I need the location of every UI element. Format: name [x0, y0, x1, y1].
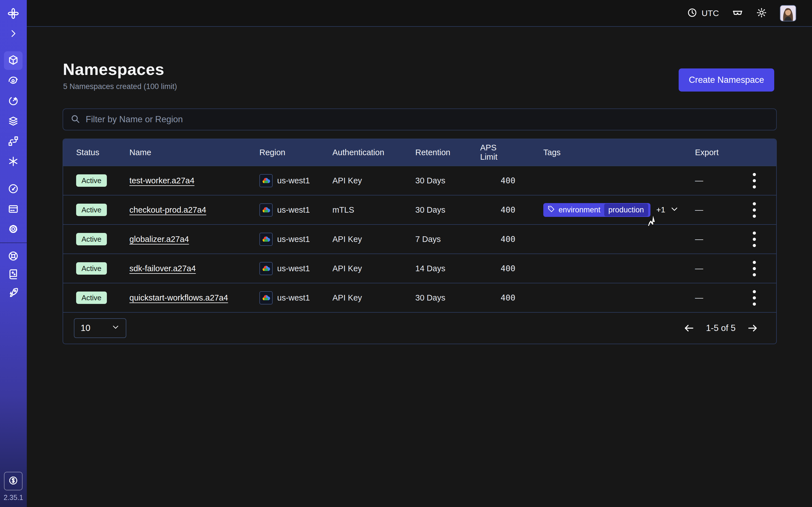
sidebar-item-observability[interactable]	[4, 71, 22, 90]
row-menu-button[interactable]	[751, 230, 758, 249]
retention-label: 30 Days	[415, 205, 445, 215]
sidebar-item-expand[interactable]	[4, 25, 22, 43]
status-badge: Active	[76, 233, 107, 245]
credits-button[interactable]	[4, 472, 22, 490]
region-label: us-west1	[277, 264, 310, 273]
namespace-link[interactable]: globalizer.a27a4	[130, 235, 189, 244]
page-subtitle: 5 Namespaces created (100 limit)	[63, 82, 177, 91]
next-page-button[interactable]	[747, 323, 758, 334]
retention-label: 30 Days	[415, 176, 445, 185]
retention-label: 7 Days	[415, 235, 441, 244]
table-row: Activesdk-failover.a27a4us-west1API Key1…	[63, 253, 776, 283]
namespace-link[interactable]: quickstart-workflows.a27a4	[130, 293, 228, 302]
namespace-link[interactable]: test-worker.a27a4	[130, 176, 195, 185]
sidebar-item-schedules[interactable]	[4, 92, 22, 111]
search-icon	[70, 114, 80, 125]
tags-expand-button[interactable]: +1	[656, 205, 679, 215]
tag-more-count: +1	[656, 205, 665, 214]
page-range-label: 1-5 of 5	[706, 323, 735, 333]
table-row: Activecheckout-prod.a27a4us-west1mTLS30 …	[63, 195, 776, 224]
table-header-row: Status Name Region Authentication Retent…	[63, 139, 776, 166]
sidebar-item-billing[interactable]	[4, 200, 22, 219]
sun-icon	[756, 7, 767, 19]
sidebar-item-settings[interactable]	[4, 220, 22, 239]
header-retention: Retention	[415, 148, 480, 157]
labs-button[interactable]	[732, 7, 743, 19]
gcp-icon	[259, 233, 273, 246]
region-label: us-west1	[277, 293, 310, 302]
sidebar-item-logo[interactable]	[4, 5, 22, 23]
sidebar-item-nexus[interactable]	[4, 153, 22, 171]
aps-limit-value: 400	[501, 293, 515, 302]
sidebar-item-namespaces[interactable]	[4, 51, 22, 70]
tag-icon	[548, 205, 555, 215]
row-menu-button[interactable]	[751, 171, 758, 190]
aps-limit-value: 400	[501, 234, 515, 244]
header-region: Region	[259, 148, 333, 157]
timezone-selector[interactable]: UTC	[687, 8, 719, 19]
region-label: us-west1	[277, 205, 310, 215]
status-badge: Active	[76, 262, 107, 275]
timezone-label: UTC	[702, 8, 719, 18]
sidebar-item-docs[interactable]	[4, 265, 22, 284]
header-export: Export	[695, 148, 776, 157]
asterisk-icon	[8, 156, 19, 168]
clock-icon	[687, 8, 697, 19]
table-row: Activequickstart-workflows.a27a4us-west1…	[63, 283, 776, 312]
aps-limit-value: 400	[501, 264, 515, 273]
status-badge: Active	[76, 291, 107, 304]
layers-icon	[8, 115, 19, 128]
page-title: Namespaces	[63, 60, 164, 78]
header-authentication: Authentication	[333, 148, 415, 157]
cube-icon	[8, 54, 19, 67]
aps-limit-value: 400	[501, 176, 515, 185]
export-value: —	[695, 235, 703, 244]
sidebar-divider	[0, 242, 27, 243]
page-size-select[interactable]: 10	[74, 318, 126, 338]
table-footer: 10 1-5 of 5	[63, 312, 776, 344]
prev-page-button[interactable]	[683, 323, 695, 334]
gauge-icon	[8, 183, 19, 195]
status-badge: Active	[76, 204, 107, 216]
auth-label: API Key	[333, 235, 362, 244]
row-menu-button[interactable]	[751, 259, 758, 278]
timer-icon	[8, 95, 19, 108]
sidebar-item-getting-started[interactable]	[4, 284, 22, 302]
aps-limit-value: 400	[501, 205, 515, 215]
book-icon	[8, 269, 19, 281]
namespace-link[interactable]: sdk-failover.a27a4	[130, 264, 196, 273]
chevron-down-icon	[112, 323, 119, 333]
branch-icon	[8, 135, 19, 148]
theme-toggle-button[interactable]	[756, 7, 767, 19]
export-value: —	[695, 293, 703, 302]
sidebar-item-usage[interactable]	[4, 180, 22, 199]
user-avatar[interactable]	[780, 5, 796, 21]
row-menu-button[interactable]	[751, 288, 758, 307]
namespace-link[interactable]: checkout-prod.a27a4	[130, 205, 206, 215]
create-namespace-button[interactable]: Create Namespace	[679, 68, 774, 92]
tag-key: environment	[559, 206, 601, 214]
sidebar-item-support[interactable]	[4, 247, 22, 266]
export-value: —	[695, 176, 703, 185]
search-input[interactable]	[86, 114, 769, 124]
sidebar-item-workflows[interactable]	[4, 132, 22, 151]
eye-icon	[8, 75, 19, 87]
export-value: —	[695, 264, 703, 273]
chevron-down-icon	[670, 205, 679, 215]
auth-label: API Key	[333, 176, 362, 185]
table-row: Activetest-worker.a27a4us-west1API Key30…	[63, 166, 776, 195]
region-label: us-west1	[277, 176, 310, 185]
auth-label: API Key	[333, 264, 362, 273]
tag-pill[interactable]: environmentproduction	[543, 203, 651, 217]
lifebuoy-icon	[8, 250, 19, 263]
auth-label: mTLS	[333, 205, 354, 215]
namespaces-table: Status Name Region Authentication Retent…	[63, 138, 777, 344]
sidebar-item-deployments[interactable]	[4, 112, 22, 131]
billing-icon	[8, 203, 19, 216]
header-tags: Tags	[543, 148, 695, 157]
page-size-value: 10	[81, 323, 90, 333]
temporal-logo	[7, 8, 19, 20]
auth-label: API Key	[333, 293, 362, 302]
row-menu-button[interactable]	[751, 201, 758, 219]
header-status: Status	[63, 148, 130, 157]
